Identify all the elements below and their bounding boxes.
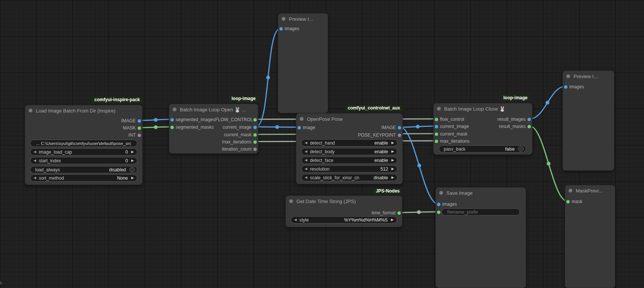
node-title-bar[interactable]: Load Image Batch From Dir (Inspire) [25, 105, 142, 116]
output-port-mask[interactable] [138, 126, 141, 130]
node-save-image[interactable]: Save Image images filename_prefix [435, 187, 526, 288]
increment-arrow-icon[interactable]: ▶ [391, 165, 394, 172]
output-port-result-images[interactable] [527, 118, 531, 121]
input-port-segmented-masks[interactable] [170, 126, 174, 129]
input-port-images[interactable] [437, 203, 440, 206]
increment-arrow-icon[interactable]: ▶ [131, 157, 134, 164]
input-port-image[interactable] [297, 126, 301, 129]
output-port-current-mask[interactable] [253, 133, 257, 137]
next-option-arrow-icon[interactable]: ▶ [391, 216, 394, 223]
collapse-dot-icon[interactable] [566, 74, 570, 78]
node-get-date-time-string[interactable]: Get Date Time String (JPS) time_format ◀… [285, 196, 402, 227]
output-port-int[interactable] [138, 134, 141, 137]
node-batch-image-loop-open[interactable]: Batch Image Loop Open 🐰 ... segmented_im… [169, 104, 258, 154]
collapse-dot-icon[interactable] [282, 17, 285, 21]
reroute-dot[interactable] [417, 164, 421, 168]
collapse-dot-icon[interactable] [300, 117, 304, 121]
output-port-iteration-count[interactable] [253, 148, 257, 151]
decrement-arrow-icon[interactable]: ◀ [34, 157, 36, 164]
node-title-bar[interactable]: Get Date Time String (JPS) [286, 196, 402, 206]
input-port-images[interactable] [279, 27, 283, 31]
collapse-dot-icon[interactable] [569, 189, 572, 193]
collapse-dot-icon[interactable] [173, 108, 176, 111]
port-label: FLOW_CONTROL [215, 117, 253, 122]
port-label: current_mask [440, 131, 468, 137]
prev-option-arrow-icon[interactable]: ◀ [294, 216, 297, 223]
next-option-arrow-icon[interactable]: ▶ [131, 174, 134, 182]
reroute-dot[interactable] [416, 125, 420, 129]
node-preview-image-right[interactable]: Preview I... images [563, 71, 614, 171]
node-title-bar[interactable]: Batch Image Loop Open 🐰 ... [169, 104, 258, 115]
output-port-pose-keypoint[interactable] [398, 134, 401, 137]
node-mask-preview[interactable]: MaskPrevi... mask [565, 185, 615, 288]
node-title-bar[interactable]: Save Image [436, 188, 526, 198]
node-title-bar[interactable]: Preview I... [278, 14, 328, 24]
widget-resolution[interactable]: ◀ resolution 512 ▶ [301, 165, 397, 172]
decrement-arrow-icon[interactable]: ◀ [34, 148, 36, 156]
input-port-mask[interactable] [566, 200, 570, 203]
widget-style[interactable]: ◀ style %Y%m%d%H%M%S ▶ [291, 216, 397, 223]
collapse-dot-icon[interactable] [289, 199, 293, 203]
output-port-max-iterations[interactable] [253, 140, 257, 144]
collapse-dot-icon[interactable] [29, 109, 32, 112]
node-title-bar[interactable]: Batch Image Loop Close 🐰 [434, 103, 532, 114]
input-port-current-mask[interactable] [435, 132, 438, 136]
port-label: POSE_KEYPOINT [358, 132, 396, 138]
toggle-icon[interactable] [129, 167, 135, 172]
reroute-dot[interactable] [266, 76, 270, 80]
node-load-image-batch[interactable]: Load Image Batch From Dir (Inspire) IMAG… [25, 105, 143, 185]
input-port-filename-prefix[interactable] [437, 211, 440, 214]
reroute-dot[interactable] [546, 101, 549, 105]
node-graph-canvas[interactable]: { "canvas": { "corner_text": "s" }, "ico… [0, 0, 644, 288]
input-port-max-iterations[interactable] [435, 140, 438, 143]
next-option-arrow-icon[interactable]: ▶ [391, 157, 394, 164]
toggle-icon[interactable] [518, 146, 524, 152]
prev-option-arrow-icon[interactable]: ◀ [305, 139, 307, 146]
widget-pass-back[interactable]: pass_back false [439, 145, 526, 152]
input-port-current-image[interactable] [435, 125, 438, 128]
node-batch-image-loop-close[interactable]: Batch Image Loop Close 🐰 flow_control re… [433, 103, 532, 155]
node-title: Load Image Batch From Dir (Inspire) [36, 108, 115, 114]
increment-arrow-icon[interactable]: ▶ [131, 148, 134, 156]
next-option-arrow-icon[interactable]: ▶ [391, 174, 394, 181]
decrement-arrow-icon[interactable]: ◀ [305, 165, 307, 172]
output-port-result-masks[interactable] [527, 125, 531, 128]
node-title-bar[interactable]: Preview I... [563, 71, 614, 82]
prev-option-arrow-icon[interactable]: ◀ [34, 174, 36, 182]
widget-filename-prefix[interactable]: filename_prefix [442, 208, 520, 216]
next-option-arrow-icon[interactable]: ▶ [391, 148, 394, 155]
collapse-dot-icon[interactable] [437, 107, 441, 111]
prev-option-arrow-icon[interactable]: ◀ [305, 174, 307, 181]
next-option-arrow-icon[interactable]: ▶ [391, 139, 394, 146]
output-port-current-image[interactable] [253, 126, 257, 129]
reroute-dot[interactable] [154, 125, 158, 129]
node-title-bar[interactable]: OpenPose Pose [296, 114, 402, 124]
input-port-segmented-images[interactable] [170, 118, 174, 122]
widget-image-load-cap[interactable]: ◀ image_load_cap 0 ▶ [30, 148, 137, 156]
widget-start-index[interactable]: ◀ start_index 0 ▶ [30, 157, 137, 164]
widget-detect-face[interactable]: ◀ detect_face enable ▶ [301, 157, 397, 164]
widget-detect-body[interactable]: ◀ detect_body enable ▶ [301, 148, 397, 155]
collapse-dot-icon[interactable] [439, 191, 443, 195]
input-port-images[interactable] [564, 85, 567, 89]
output-port-image[interactable] [138, 119, 141, 123]
output-port-time-format[interactable] [397, 211, 401, 215]
widget-directory[interactable]: ... C:\Users\syui\git\comfyui\user\defau… [30, 140, 137, 147]
node-badge-jps-nodes: JPS-Nodes [373, 188, 402, 194]
prev-option-arrow-icon[interactable]: ◀ [305, 157, 307, 164]
widget-load-always[interactable]: load_always disabled [30, 166, 137, 173]
output-port-flow-control[interactable] [253, 118, 257, 122]
reroute-dot[interactable] [417, 210, 421, 214]
node-preview-image-top[interactable]: Preview I... images [278, 13, 328, 113]
node-openpose-pose[interactable]: OpenPose Pose image IMAGE POSE_KEYPOINT … [296, 113, 403, 184]
reroute-dot[interactable] [547, 162, 550, 166]
widget-detect-hand[interactable]: ◀ detect_hand enable ▶ [301, 139, 397, 146]
output-port-image[interactable] [398, 126, 401, 129]
prev-option-arrow-icon[interactable]: ◀ [305, 148, 307, 155]
widget-sort-method[interactable]: ◀ sort_method None ▶ [30, 174, 137, 182]
node-title-bar[interactable]: MaskPrevi... [565, 185, 615, 196]
reroute-dot[interactable] [154, 118, 158, 122]
widget-scale-stick[interactable]: ◀ scale_stick_for_xinsr_cn disable ▶ [301, 174, 397, 181]
reroute-dot[interactable] [275, 125, 279, 129]
input-port-flow-control[interactable] [435, 118, 438, 121]
